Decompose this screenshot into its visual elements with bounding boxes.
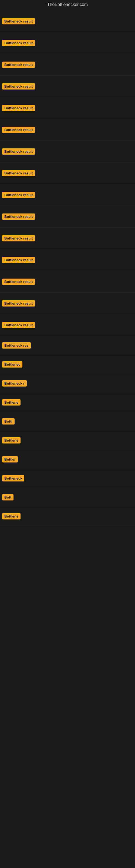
row-25: Bottlene <box>0 507 135 526</box>
list-item: Bottleneck result <box>2 170 35 176</box>
row-3: Bottleneck result <box>0 54 135 76</box>
row-17: Bottlenec <box>0 355 135 374</box>
row-12: Bottleneck result <box>0 249 135 271</box>
bottleneck-badge: Bottleneck result <box>2 62 35 68</box>
list-item: Bottleneck r <box>2 380 27 386</box>
row-15: Bottleneck result <box>0 314 135 336</box>
list-item: Bottleneck result <box>2 62 35 68</box>
items-container: Bottleneck result Bottleneck result Bott… <box>0 9 135 868</box>
row-10: Bottleneck result <box>0 206 135 227</box>
bottleneck-badge: Bottleneck result <box>2 192 35 198</box>
bottleneck-badge: Bottleneck result <box>2 257 35 263</box>
bottleneck-badge: Bottleneck r <box>2 380 27 386</box>
list-item: Bottlene <box>2 437 20 443</box>
list-item: Bottlenec <box>2 361 22 368</box>
site-title-text: TheBottlenecker.com <box>47 2 88 7</box>
row-20: Bottl <box>0 412 135 431</box>
bottleneck-badge: Bottlenec <box>2 361 22 368</box>
list-item: Bottleneck <box>2 475 24 482</box>
list-item: Bottleneck result <box>2 127 35 133</box>
list-item: Bottleneck result <box>2 40 35 46</box>
bottleneck-badge: Bottleneck result <box>2 170 35 176</box>
empty-space: | <box>0 526 135 868</box>
bottleneck-badge: Bottleneck result <box>2 148 35 155</box>
list-item: Bott <box>2 494 13 500</box>
bottleneck-badge: Bott <box>2 494 13 500</box>
row-23: Bottleneck <box>0 469 135 488</box>
list-item: Bottleneck result <box>2 105 35 111</box>
row-19: Bottlene <box>0 393 135 412</box>
list-item: Bottler <box>2 456 18 463</box>
bottleneck-badge: Bottleneck result <box>2 18 35 24</box>
bottleneck-badge: Bottleneck result <box>2 235 35 241</box>
bottleneck-badge: Bottleneck result <box>2 83 35 90</box>
bottleneck-badge: Bottleneck result <box>2 127 35 133</box>
row-22: Bottler <box>0 450 135 469</box>
list-item: Bottlene <box>2 399 20 405</box>
row-18: Bottleneck r <box>0 374 135 393</box>
row-8: Bottleneck result <box>0 162 135 184</box>
list-item: Bottl <box>2 418 14 425</box>
bottleneck-badge: Bottler <box>2 456 18 463</box>
list-item: Bottleneck result <box>2 83 35 90</box>
bottleneck-badge: Bottleneck result <box>2 300 35 307</box>
bottleneck-badge: Bottlene <box>2 437 20 443</box>
row-24: Bott <box>0 488 135 507</box>
bottleneck-badge: Bottleneck result <box>2 40 35 46</box>
list-item: Bottleneck result <box>2 148 35 155</box>
list-item: Bottleneck result <box>2 322 35 328</box>
list-item: Bottleneck result <box>2 235 35 241</box>
bottleneck-badge: Bottleneck result <box>2 279 35 285</box>
bottleneck-badge: Bottleneck result <box>2 105 35 111</box>
row-13: Bottleneck result <box>0 271 135 293</box>
bottleneck-badge: Bottleneck <box>2 475 24 482</box>
list-item: Bottleneck result <box>2 214 35 220</box>
list-item: Bottleneck result <box>2 257 35 263</box>
row-1: Bottleneck result <box>0 10 135 32</box>
bottleneck-badge: Bottlene <box>2 399 20 405</box>
row-7: Bottleneck result <box>0 141 135 162</box>
row-14: Bottleneck result <box>0 293 135 314</box>
row-2: Bottleneck result <box>0 32 135 54</box>
bottleneck-badge: Bottleneck result <box>2 322 35 328</box>
site-header: TheBottlenecker.com <box>0 0 135 9</box>
row-11: Bottleneck result <box>0 227 135 249</box>
row-9: Bottleneck result <box>0 184 135 206</box>
row-21: Bottlene <box>0 431 135 450</box>
bottleneck-badge: Bottl <box>2 418 14 425</box>
list-item: Bottleneck result <box>2 300 35 307</box>
list-item: Bottlene <box>2 513 20 520</box>
list-item: Bottleneck result <box>2 279 35 285</box>
bottleneck-badge: Bottleneck result <box>2 214 35 220</box>
list-item: Bottleneck res <box>2 342 31 348</box>
row-6: Bottleneck result <box>0 119 135 141</box>
row-16: Bottleneck res <box>0 336 135 355</box>
bottleneck-badge: Bottleneck res <box>2 342 31 348</box>
bottleneck-badge: Bottlene <box>2 513 20 520</box>
row-4: Bottleneck result <box>0 76 135 97</box>
list-item: Bottleneck result <box>2 192 35 198</box>
row-5: Bottleneck result <box>0 97 135 119</box>
list-item: Bottleneck result <box>2 18 35 24</box>
